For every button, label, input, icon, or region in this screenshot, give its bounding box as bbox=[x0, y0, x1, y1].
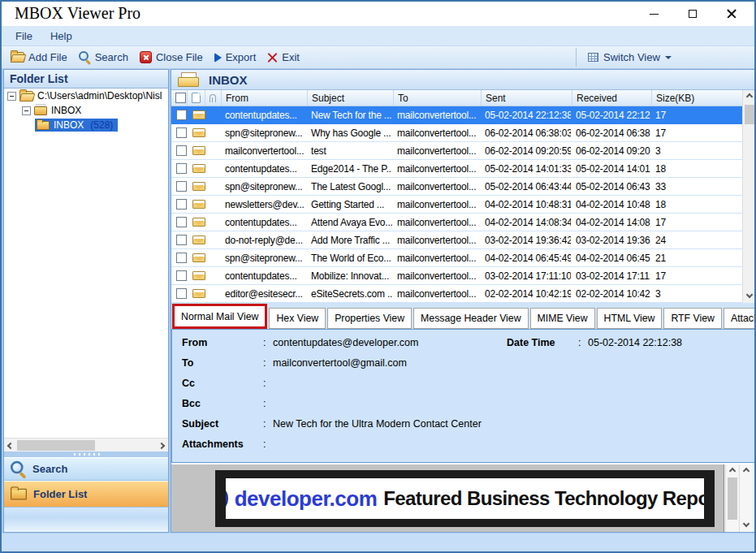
scroll-thumb[interactable] bbox=[728, 477, 737, 520]
cell-sent: 06-02-2014 09:20:59 bbox=[480, 142, 571, 159]
switch-view-button[interactable]: Switch View bbox=[581, 46, 678, 68]
row-checkbox[interactable] bbox=[176, 270, 187, 281]
scroll-thumb[interactable] bbox=[17, 440, 95, 451]
tab-hex-view[interactable]: Hex View bbox=[269, 308, 326, 329]
row-checkbox[interactable] bbox=[176, 110, 187, 120]
row-checkbox[interactable] bbox=[176, 163, 187, 174]
folder-panel: Folder List C:\Users\admin\Desktop\NislI… bbox=[3, 69, 169, 533]
column-header-size-kb[interactable]: Size(KB) bbox=[652, 90, 744, 106]
column-header-received[interactable]: Received bbox=[572, 90, 652, 106]
body-inner-scrollbar[interactable] bbox=[725, 464, 738, 532]
column-header-from[interactable]: From bbox=[222, 90, 308, 106]
tree-item-c-users-admin-desktop-nisl[interactable]: C:\Users\admin\Desktop\Nisl bbox=[4, 89, 168, 103]
folder-icon bbox=[37, 121, 50, 130]
mail-row[interactable]: contentupdates...New Tech for the ...mai… bbox=[171, 106, 742, 124]
menu-item-file[interactable]: File bbox=[6, 28, 41, 44]
mail-row[interactable]: contentupdates...Edge2014 - The P...mail… bbox=[171, 160, 742, 178]
cell-sent: 03-02-2014 17:11:10 bbox=[480, 267, 571, 284]
nav-search-button[interactable]: Search bbox=[4, 457, 168, 481]
tab-html-view[interactable]: HTML View bbox=[597, 308, 663, 329]
row-checkbox[interactable] bbox=[176, 127, 187, 138]
toolbar-add-file-button[interactable]: Add File bbox=[5, 48, 73, 67]
row-checkbox[interactable] bbox=[176, 288, 187, 299]
cell-subject: Getting Started ... bbox=[306, 196, 392, 213]
tab-properties-view[interactable]: Properties View bbox=[327, 308, 412, 329]
column-header-to[interactable]: To bbox=[394, 90, 482, 106]
scroll-up-arrow[interactable] bbox=[726, 464, 739, 477]
scroll-down-arrow[interactable] bbox=[740, 519, 753, 532]
minimize-button[interactable] bbox=[634, 2, 673, 26]
maximize-button[interactable] bbox=[673, 2, 712, 26]
mail-row[interactable]: mailconvertertool...testmailconvertertoo… bbox=[171, 142, 742, 160]
open-envelope-icon bbox=[192, 146, 205, 155]
cell-subject: test bbox=[306, 142, 392, 159]
mail-row[interactable]: do-not-reply@de...Add More Traffic ...ma… bbox=[171, 231, 742, 249]
cell-from: spn@sitepronew... bbox=[220, 124, 306, 141]
attachment-column-header bbox=[205, 90, 222, 106]
tree-item-inbox[interactable]: INBOX bbox=[4, 103, 168, 118]
body-outer-scrollbar[interactable] bbox=[739, 464, 752, 532]
mail-row[interactable]: contentupdates...Mobilize: Innovat...mai… bbox=[171, 267, 742, 285]
mail-row[interactable]: spn@sitepronew...Why has Google ...mailc… bbox=[171, 124, 742, 142]
field-label: Attachments bbox=[182, 439, 263, 450]
scroll-left-arrow[interactable] bbox=[4, 439, 17, 452]
cell-from: contentupdates... bbox=[220, 267, 306, 284]
row-checkbox[interactable] bbox=[176, 253, 187, 263]
message-body-background: d developer.com Featured Business Techno… bbox=[171, 464, 724, 532]
cell-received: 04-02-2014 06:45:... bbox=[571, 249, 650, 266]
scroll-up-arrow[interactable] bbox=[740, 464, 753, 477]
tab-normal-mail-view[interactable]: Normal Mail View bbox=[172, 304, 267, 329]
field-label: To bbox=[182, 357, 263, 369]
cell-from: contentupdates... bbox=[220, 160, 306, 177]
open-folder-icon bbox=[19, 91, 33, 102]
scroll-down-arrow[interactable] bbox=[743, 290, 756, 303]
tree-item-inbox[interactable]: INBOX(528) bbox=[4, 118, 168, 132]
developer-banner[interactable]: d developer.com Featured Business Techno… bbox=[215, 470, 715, 527]
tab-attachments[interactable]: Attachments bbox=[724, 308, 756, 329]
read-status-column-header bbox=[188, 90, 205, 106]
row-checkbox[interactable] bbox=[176, 181, 187, 192]
select-all-checkbox-cell[interactable] bbox=[171, 90, 188, 106]
close-file-icon bbox=[140, 51, 152, 63]
open-envelope-icon bbox=[192, 200, 205, 209]
scroll-up-arrow[interactable] bbox=[743, 90, 756, 103]
toolbar-export-button[interactable]: Export bbox=[209, 48, 262, 67]
tab-message-header-view[interactable]: Message Header View bbox=[413, 308, 529, 329]
mail-row[interactable]: editor@esitesecr...eSiteSecrets.com ...m… bbox=[171, 285, 742, 303]
tab-rtf-view[interactable]: RTF View bbox=[663, 308, 722, 329]
tree-horizontal-scrollbar[interactable] bbox=[4, 438, 168, 451]
open-envelope-icon bbox=[192, 164, 205, 173]
nav-folder-list-button[interactable]: Folder List bbox=[4, 481, 168, 508]
mail-row[interactable]: spn@sitepronew...The Latest Googl...mail… bbox=[171, 178, 742, 196]
toolbar-close-file-button[interactable]: Close File bbox=[134, 48, 209, 67]
collapse-toggle-icon[interactable] bbox=[22, 106, 31, 115]
collapse-toggle-icon[interactable] bbox=[7, 92, 16, 101]
mail-row[interactable]: newsletters@dev...Getting Started ...mai… bbox=[171, 196, 742, 214]
splitter-handle[interactable] bbox=[4, 451, 168, 457]
tab-mime-view[interactable]: MIME View bbox=[530, 308, 595, 329]
row-checkbox[interactable] bbox=[176, 217, 187, 227]
scroll-thumb[interactable] bbox=[745, 105, 754, 124]
cell-subject: The World of Eco... bbox=[306, 249, 392, 266]
cell-size: 17 bbox=[650, 124, 742, 141]
toolbar-exit-button[interactable]: Exit bbox=[261, 48, 305, 67]
cell-to: mailconvertertool... bbox=[392, 285, 480, 302]
row-checkbox[interactable] bbox=[176, 235, 187, 245]
scroll-right-arrow[interactable] bbox=[155, 439, 168, 452]
select-all-checkbox[interactable] bbox=[175, 93, 186, 103]
row-checkbox[interactable] bbox=[176, 199, 187, 210]
cell-from: contentupdates... bbox=[220, 214, 306, 231]
field-value: New Tech for the Ultra Modern Contact Ce… bbox=[273, 418, 482, 430]
field-separator: : bbox=[263, 418, 273, 430]
mail-list-scrollbar[interactable] bbox=[742, 90, 755, 303]
close-button[interactable] bbox=[712, 2, 751, 26]
cell-sent: 04-02-2014 10:48:31 bbox=[480, 196, 571, 213]
toolbar-search-button[interactable]: Search bbox=[73, 48, 134, 67]
menu-item-help[interactable]: Help bbox=[41, 28, 81, 44]
row-checkbox[interactable] bbox=[176, 145, 187, 156]
field-cc: Cc: bbox=[182, 378, 754, 398]
mail-row[interactable]: spn@sitepronew...The World of Eco...mail… bbox=[171, 249, 742, 267]
mail-row[interactable]: contentupdates...Attend Avaya Evo...mail… bbox=[171, 214, 742, 231]
column-header-sent[interactable]: Sent bbox=[482, 90, 572, 106]
column-header-subject[interactable]: Subject bbox=[308, 90, 394, 106]
